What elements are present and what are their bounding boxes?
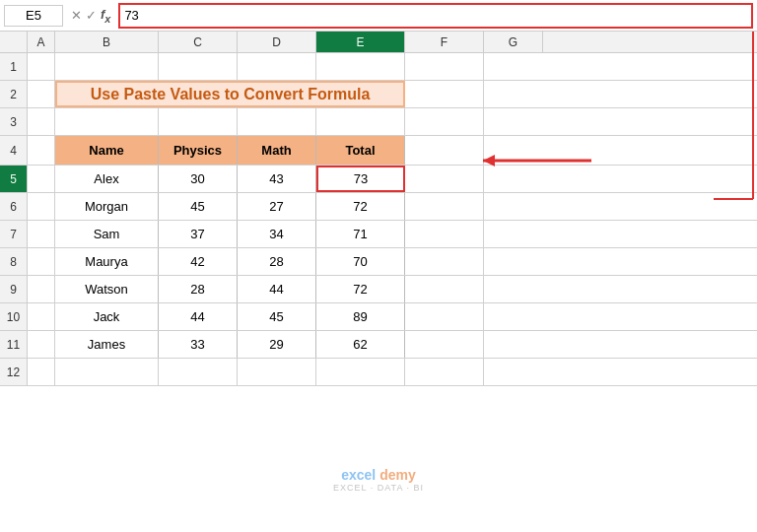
col-header-D[interactable]: D <box>238 32 316 52</box>
cell-G4[interactable] <box>484 136 543 165</box>
header-physics[interactable]: Physics <box>159 136 238 165</box>
cell-B6[interactable]: Morgan <box>55 193 159 220</box>
cell-F9[interactable] <box>405 276 484 302</box>
cell-C3[interactable] <box>159 108 238 135</box>
cell-F3[interactable] <box>405 108 484 135</box>
cell-E6[interactable]: 72 <box>316 193 405 220</box>
col-header-B[interactable]: B <box>55 32 159 52</box>
cell-B5[interactable]: Alex <box>55 166 159 192</box>
cell-F11[interactable] <box>405 331 484 358</box>
cell-E3[interactable] <box>316 108 405 135</box>
cell-A10[interactable] <box>28 303 55 330</box>
col-header-G[interactable]: G <box>484 32 543 52</box>
cell-G6[interactable] <box>484 193 543 220</box>
cell-D12[interactable] <box>238 359 316 385</box>
cell-G2[interactable] <box>484 81 543 107</box>
cell-A3[interactable] <box>28 108 55 135</box>
header-name[interactable]: Name <box>55 136 159 165</box>
row-header-11: 11 <box>0 331 28 358</box>
cell-G12[interactable] <box>484 359 543 385</box>
cell-F5[interactable] <box>405 166 484 192</box>
cell-E5-selected[interactable]: 73 <box>316 166 405 192</box>
cell-B1[interactable] <box>55 53 159 80</box>
cell-C10[interactable]: 44 <box>159 303 238 330</box>
cell-G10[interactable] <box>484 303 543 330</box>
cell-E11[interactable]: 62 <box>316 331 405 358</box>
cell-A2[interactable] <box>28 81 55 107</box>
cell-B12[interactable] <box>55 359 159 385</box>
title-cell[interactable]: Use Paste Values to Convert Formula <box>55 81 405 107</box>
cell-B11[interactable]: James <box>55 331 159 358</box>
cell-C6[interactable]: 45 <box>159 193 238 220</box>
cell-G1[interactable] <box>484 53 543 80</box>
cell-C8[interactable]: 42 <box>159 248 238 275</box>
cell-ref-label: E5 <box>26 8 41 23</box>
function-icon[interactable]: fx <box>101 7 110 25</box>
grid-row-5: 5 Alex 30 43 73 <box>0 166 757 193</box>
cell-G3[interactable] <box>484 108 543 135</box>
cell-G9[interactable] <box>484 276 543 302</box>
cancel-icon[interactable]: ✕ <box>71 8 82 23</box>
cell-B9[interactable]: Watson <box>55 276 159 302</box>
cell-D7[interactable]: 34 <box>238 221 316 247</box>
cell-C11[interactable]: 33 <box>159 331 238 358</box>
cell-reference-box[interactable]: E5 <box>4 5 63 27</box>
cell-D9[interactable]: 44 <box>238 276 316 302</box>
cell-C9[interactable]: 28 <box>159 276 238 302</box>
cell-C12[interactable] <box>159 359 238 385</box>
cell-F1[interactable] <box>405 53 484 80</box>
col-header-A[interactable]: A <box>28 32 55 52</box>
cell-A4[interactable] <box>28 136 55 165</box>
cell-C1[interactable] <box>159 53 238 80</box>
cell-D3[interactable] <box>238 108 316 135</box>
cell-F7[interactable] <box>405 221 484 247</box>
cell-F8[interactable] <box>405 248 484 275</box>
cell-A12[interactable] <box>28 359 55 385</box>
cell-D1[interactable] <box>238 53 316 80</box>
cell-G8[interactable] <box>484 248 543 275</box>
col-header-F[interactable]: F <box>405 32 484 52</box>
cell-E1[interactable] <box>316 53 405 80</box>
row-header-12: 12 <box>0 359 28 385</box>
cell-E10[interactable]: 89 <box>316 303 405 330</box>
cell-A7[interactable] <box>28 221 55 247</box>
cell-A9[interactable] <box>28 276 55 302</box>
header-total[interactable]: Total <box>316 136 405 165</box>
cell-B8[interactable]: Maurya <box>55 248 159 275</box>
cell-G7[interactable] <box>484 221 543 247</box>
cell-D8[interactable]: 28 <box>238 248 316 275</box>
cell-E7[interactable]: 71 <box>316 221 405 247</box>
formula-bar-row: E5 ✕ ✓ fx <box>0 0 757 32</box>
cell-F12[interactable] <box>405 359 484 385</box>
cell-A8[interactable] <box>28 248 55 275</box>
cell-E9[interactable]: 72 <box>316 276 405 302</box>
cell-E12[interactable] <box>316 359 405 385</box>
cell-B10[interactable]: Jack <box>55 303 159 330</box>
cell-F10[interactable] <box>405 303 484 330</box>
formula-bar-input[interactable] <box>120 5 751 27</box>
cell-G11[interactable] <box>484 331 543 358</box>
cell-F6[interactable] <box>405 193 484 220</box>
header-math[interactable]: Math <box>238 136 316 165</box>
cell-D6[interactable]: 27 <box>238 193 316 220</box>
cell-E8[interactable]: 70 <box>316 248 405 275</box>
cell-F2[interactable] <box>405 81 484 107</box>
cell-F4[interactable] <box>405 136 484 165</box>
cell-G5[interactable] <box>484 166 543 192</box>
cell-A6[interactable] <box>28 193 55 220</box>
col-header-E[interactable]: E <box>316 32 405 52</box>
cell-B7[interactable]: Sam <box>55 221 159 247</box>
cell-A11[interactable] <box>28 331 55 358</box>
confirm-icon[interactable]: ✓ <box>86 8 97 23</box>
cell-B3[interactable] <box>55 108 159 135</box>
cell-D5[interactable]: 43 <box>238 166 316 192</box>
cell-D10[interactable]: 45 <box>238 303 316 330</box>
cell-C7[interactable]: 37 <box>159 221 238 247</box>
cell-D10-value: 45 <box>269 309 283 324</box>
cell-A5[interactable] <box>28 166 55 192</box>
cell-D11[interactable]: 29 <box>238 331 316 358</box>
col-header-C[interactable]: C <box>159 32 238 52</box>
cell-A1[interactable] <box>28 53 55 80</box>
cell-B11-value: James <box>88 337 125 352</box>
cell-C5[interactable]: 30 <box>159 166 238 192</box>
